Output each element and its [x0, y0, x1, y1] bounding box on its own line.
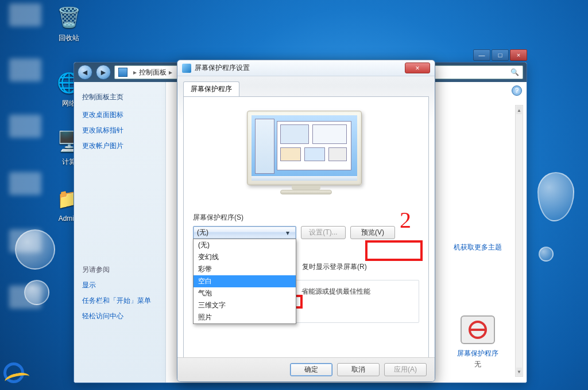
sidebar-home-link[interactable]: 控制面板主页 — [82, 92, 157, 102]
sidebar-link-change-desktop-icons[interactable]: 更改桌面图标 — [82, 110, 157, 120]
preview-button[interactable]: 预览(V) — [350, 226, 395, 239]
sidebar: 控制面板主页 更改桌面图标 更改鼠标指针 更改帐户图片 另请参阅 显示 任务栏和… — [74, 82, 166, 383]
settings-button[interactable]: 设置(T)... — [301, 226, 346, 239]
tab-body: 屏幕保护程序(S) (无) ▾ (无) 变幻线 彩带 空白 气泡 三维文字 照片 — [183, 96, 429, 365]
combo-option-none[interactable]: (无) — [194, 239, 296, 251]
tab-strip: 屏幕保护程序 — [177, 76, 435, 96]
dialog-icon — [182, 64, 191, 73]
bubble-decoration — [539, 247, 554, 262]
cancel-button[interactable]: 取消 — [337, 363, 380, 376]
recycle-bin-icon: 🗑️ — [55, 3, 83, 31]
scrollbar[interactable]: ▲ ▼ — [515, 105, 523, 377]
screensaver-settings-dialog: 屏幕保护程序设置 × 屏幕保护程序 屏幕保护 — [177, 60, 435, 382]
desktop-icon-recycle-bin[interactable]: 🗑️ 回收站 — [47, 3, 91, 43]
sidebar-link-change-account-picture[interactable]: 更改帐户图片 — [82, 141, 157, 151]
screensaver-link[interactable]: 屏幕保护程序 — [457, 349, 498, 357]
breadcrumb-item[interactable]: 控制面板 — [139, 68, 167, 77]
see-also-label: 另请参阅 — [82, 265, 157, 275]
search-input[interactable]: 🔍 — [420, 65, 523, 79]
desktop-icon-blurred[interactable] — [3, 3, 47, 29]
blurred-icon — [9, 58, 41, 81]
desktop: 🗑️ 回收站 🌐 网络 🖥️ 计算 📁 Admini — □ × ◄ ► ▸ — [0, 0, 588, 390]
desktop-icon-blurred[interactable] — [3, 58, 47, 84]
get-more-themes-link[interactable]: 机获取更多主题 — [440, 243, 515, 252]
combo-option-ribbons[interactable]: 彩带 — [194, 263, 296, 275]
close-button[interactable]: × — [510, 49, 527, 61]
combo-option-3dtext[interactable]: 三维文字 — [194, 299, 296, 311]
screensaver-value: 无 — [440, 360, 515, 369]
search-icon: 🔍 — [510, 68, 519, 76]
chevron-right-icon: ▸ — [169, 68, 172, 76]
nav-forward-button[interactable]: ► — [96, 65, 111, 80]
combo-option-bubbles[interactable]: 气泡 — [194, 287, 296, 299]
scroll-down-button[interactable]: ▼ — [516, 368, 522, 376]
icon-label: 回收站 — [47, 33, 91, 43]
screensaver-label: 屏幕保护程序(S) — [193, 213, 419, 223]
chevron-right-icon: ▸ — [133, 68, 137, 76]
combo-value: (无) — [197, 228, 208, 237]
dialog-button-row: 确定 取消 应用(A) — [177, 357, 435, 381]
minimize-button[interactable]: — — [473, 49, 490, 61]
taskbar-ie-icon[interactable] — [3, 362, 28, 387]
nav-back-button[interactable]: ◄ — [78, 65, 92, 80]
tab-screensaver[interactable]: 屏幕保护程序 — [183, 81, 239, 97]
annotation-number-2: 2 — [400, 206, 411, 233]
see-also-display[interactable]: 显示 — [82, 280, 157, 290]
blurred-icon — [9, 229, 41, 252]
ie-icon — [3, 362, 24, 383]
scroll-up-button[interactable]: ▲ — [516, 106, 522, 114]
blurred-icon — [9, 286, 41, 309]
desktop-icon-blurred[interactable] — [3, 172, 47, 197]
ok-button[interactable]: 确定 — [290, 363, 332, 376]
monitor-preview — [247, 111, 365, 202]
blurred-icon — [9, 115, 41, 138]
chevron-down-icon: ▾ — [283, 228, 292, 237]
see-also-taskbar-start[interactable]: 任务栏和「开始」菜单 — [82, 296, 157, 306]
blurred-icon — [9, 3, 41, 26]
desktop-icon-blurred[interactable] — [3, 115, 47, 140]
control-panel-icon — [118, 68, 127, 77]
blurred-icon — [9, 172, 41, 195]
sidebar-link-change-mouse-pointers[interactable]: 更改鼠标指针 — [82, 126, 157, 135]
dialog-close-button[interactable]: × — [405, 63, 430, 73]
dialog-titlebar[interactable]: 屏幕保护程序设置 × — [177, 60, 435, 76]
screensaver-thumbnail[interactable] — [461, 315, 495, 344]
combo-option-blank[interactable]: 空白 — [194, 275, 296, 287]
desktop-icon-blurred[interactable] — [3, 286, 47, 311]
screensaver-combo[interactable]: (无) ▾ (无) 变幻线 彩带 空白 气泡 三维文字 照片 — [193, 226, 296, 239]
help-icon[interactable]: ? — [512, 85, 522, 96]
see-also-ease-of-access[interactable]: 轻松访问中心 — [82, 311, 157, 321]
annotation-box-2 — [365, 240, 423, 261]
combo-option-mystify[interactable]: 变幻线 — [194, 251, 296, 263]
apply-button[interactable]: 应用(A) — [384, 363, 427, 376]
dialog-title: 屏幕保护程序设置 — [195, 63, 250, 73]
maximize-button[interactable]: □ — [492, 49, 509, 61]
desktop-icon-blurred[interactable] — [3, 229, 47, 255]
combo-dropdown-list: (无) 变幻线 彩带 空白 气泡 三维文字 照片 — [193, 239, 296, 324]
combo-option-photos[interactable]: 照片 — [194, 311, 296, 323]
droplet-decoration — [537, 172, 574, 221]
